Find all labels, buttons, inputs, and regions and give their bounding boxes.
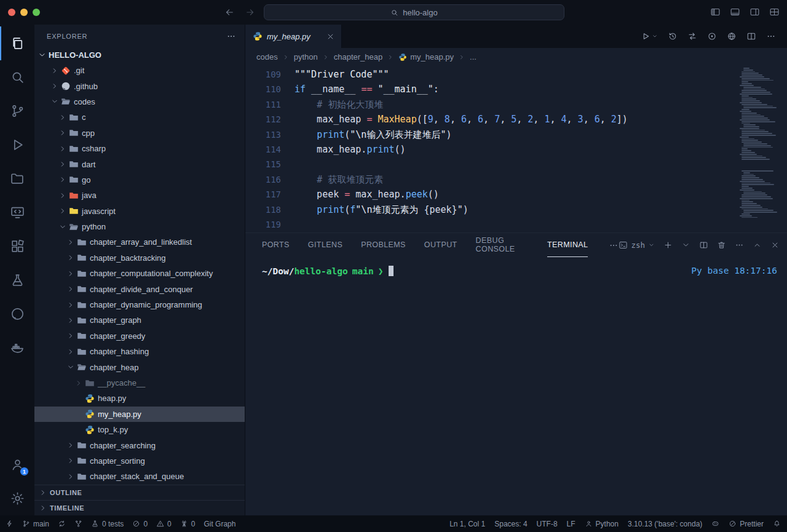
breadcrumb-item[interactable]: my_heap.py [398,52,454,62]
tree-item[interactable]: chapter_dynamic_programming [34,297,245,312]
code-line[interactable]: 109"""Driver Code""" [245,67,787,82]
more-actions-button[interactable] [761,25,781,48]
status-sync-changes[interactable] [58,520,66,528]
tree-item[interactable]: chapter_graph [34,312,245,328]
open-changes-button[interactable] [682,25,702,48]
tree-item[interactable]: chapter_array_and_linkedlist [34,234,245,250]
status-indentation[interactable]: Spaces: 4 [494,520,527,528]
window-zoom-button[interactable] [33,9,40,16]
file-history-button[interactable] [663,25,682,48]
code-line[interactable]: 110if __name__ == "__main__": [245,82,787,97]
split-terminal-button[interactable] [699,240,708,250]
panel-tab-ports[interactable]: PORTS [262,233,290,257]
activity-remote-explorer[interactable] [0,196,34,229]
status-remote-indicator[interactable] [6,520,14,528]
terminal[interactable]: ~/Dow/hello-algomain❯ Py base 18:17:16 [245,257,787,515]
activity-github[interactable] [0,297,34,331]
tab-my-heap-py[interactable]: my_heap.py [245,25,342,48]
status-notifications[interactable] [773,520,781,528]
status-encoding[interactable]: UTF-8 [537,520,558,528]
section-timeline[interactable]: TIMELINE [34,500,245,515]
panel-tabs-more-icon[interactable] [609,240,619,250]
tree-item[interactable]: python [34,219,245,234]
tree-item[interactable]: chapter_backtracking [34,250,245,266]
status-forwarded-ports[interactable]: 0 [180,520,196,528]
panel-tab-problems[interactable]: PROBLEMS [361,233,406,257]
tree-item[interactable]: chapter_searching [34,437,245,453]
code-line[interactable]: 112 max_heap = MaxHeap([9, 8, 6, 6, 7, 5… [245,112,787,127]
breadcrumb-item[interactable]: codes [256,52,278,62]
close-tab-icon[interactable] [326,32,335,41]
code-line[interactable]: 111 # 初始化大顶堆 [245,97,787,112]
terminal-instance-zsh[interactable]: zsh [619,240,655,250]
activity-project-manager[interactable] [0,162,34,196]
activity-accounts[interactable]: 1 [0,448,34,482]
status-errors[interactable]: 0 [132,520,148,528]
status-copilot[interactable] [711,520,719,528]
panel-tab-output[interactable]: OUTPUT [424,233,457,257]
window-minimize-button[interactable] [20,9,28,16]
terminal-profiles-button[interactable] [681,240,690,250]
tree-item[interactable]: csharp [34,141,245,156]
tree-item[interactable]: chapter_heap [34,359,245,375]
status-git-graph[interactable]: Git Graph [204,520,235,528]
tree-item[interactable]: chapter_computational_complexity [34,266,245,281]
kill-terminal-button[interactable] [717,240,726,250]
tree-item[interactable]: __pycache__ [34,375,245,391]
maximize-panel-button[interactable] [753,240,762,250]
minimap[interactable] [737,68,779,218]
tree-item[interactable]: top_k.py [34,422,245,437]
code-line[interactable]: 119 [245,217,787,232]
activity-extensions[interactable] [0,229,34,263]
terminal-more-button[interactable] [735,240,744,250]
activity-settings[interactable] [0,482,34,515]
status-git-fork[interactable] [74,520,82,528]
status-python-interpreter[interactable]: 3.10.13 ('base': conda) [628,520,702,528]
activity-docker[interactable] [0,331,34,365]
tree-item[interactable]: .github [34,78,245,93]
tree-item[interactable]: go [34,172,245,188]
status-eol[interactable]: LF [567,520,575,528]
section-outline[interactable]: OUTLINE [34,485,245,500]
status-git-branch[interactable]: main [22,520,49,528]
explorer-more-actions-icon[interactable] [226,31,236,41]
gitlens-annotations-button[interactable] [702,25,722,48]
activity-explorer[interactable] [0,26,34,60]
activity-run-and-debug[interactable] [0,128,34,162]
activity-source-control[interactable] [0,94,34,128]
tree-item[interactable]: c [34,109,245,125]
tree-item[interactable]: javascript [34,204,245,219]
tree-item[interactable]: cpp [34,125,245,141]
status-warnings[interactable]: 0 [156,520,172,528]
tree-item[interactable]: java [34,188,245,203]
tree-item[interactable]: codes [34,94,245,109]
split-editor-button[interactable] [742,25,761,48]
open-on-remote-button[interactable] [722,25,742,48]
tree-item[interactable]: chapter_stack_and_queue [34,469,245,484]
code-line[interactable]: 114 max_heap.print() [245,142,787,157]
breadcrumb-item[interactable]: ... [470,52,477,62]
code-line[interactable]: 118 print(f"\n堆顶元素为 {peek}") [245,202,787,217]
tree-item[interactable]: my_heap.py [34,407,245,422]
activity-testing[interactable] [0,263,34,297]
toggle-secondary-sidebar-button[interactable] [749,7,760,20]
toggle-panel-button[interactable] [730,7,740,20]
new-terminal-button[interactable] [663,240,673,250]
editor-pane[interactable]: 109"""Driver Code"""110if __name__ == "_… [245,66,787,232]
toggle-primary-sidebar-button[interactable] [710,7,721,20]
code-line[interactable]: 115 [245,157,787,172]
tree-item[interactable]: chapter_greedy [34,328,245,344]
status-prettier[interactable]: Prettier [729,520,764,528]
tree-item[interactable]: chapter_divide_and_conquer [34,281,245,296]
back-button[interactable] [224,7,235,20]
run-python-file-button[interactable] [636,25,663,48]
tree-item[interactable]: dart [34,156,245,172]
window-close-button[interactable] [8,9,15,16]
code-line[interactable]: 117 peek = max_heap.peek() [245,187,787,202]
tree-item[interactable]: chapter_hashing [34,344,245,359]
status-cursor-position[interactable]: Ln 1, Col 1 [449,520,485,528]
code-line[interactable]: 113 print("\n输入列表并建堆后") [245,127,787,142]
tree-item[interactable]: .git [34,63,245,78]
forward-button[interactable] [245,7,256,20]
command-center[interactable]: hello-algo [264,4,564,20]
